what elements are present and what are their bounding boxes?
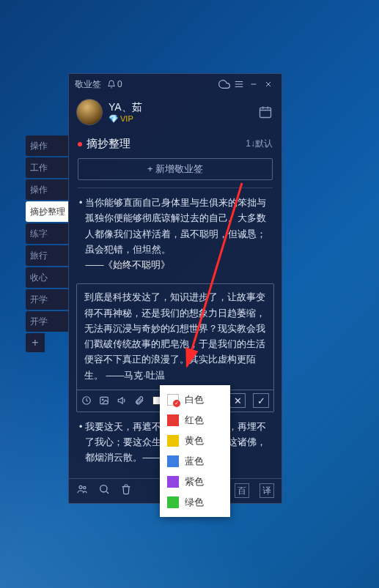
bullet-icon: • — [79, 420, 82, 466]
check-icon: ✓ — [173, 400, 180, 407]
color-label: 蓝色 — [185, 455, 204, 468]
team-icon[interactable] — [76, 483, 88, 498]
trash-icon[interactable] — [120, 483, 132, 498]
color-swatch-icon: ✓ — [167, 394, 179, 406]
svg-point-3 — [102, 399, 103, 401]
footer-link-yi[interactable]: 译 — [260, 483, 274, 498]
color-label: 红色 — [185, 414, 204, 427]
diamond-icon: 💎 — [108, 114, 119, 124]
section-title: 摘抄整理 — [87, 137, 130, 151]
color-option[interactable]: 红色 — [160, 410, 230, 431]
side-tab[interactable]: 旅行 — [26, 245, 68, 266]
menu-icon[interactable] — [232, 77, 246, 92]
side-tab[interactable]: 开学 — [26, 311, 68, 332]
svg-point-6 — [100, 485, 107, 492]
profile-name: YA、茹 — [108, 101, 142, 114]
image-icon[interactable] — [99, 395, 109, 406]
color-option[interactable]: 蓝色 — [160, 451, 230, 472]
cancel-button[interactable]: ✕ — [229, 393, 246, 408]
side-tab[interactable]: 练字 — [26, 223, 68, 244]
add-tab-button[interactable]: + — [26, 333, 45, 352]
profile-row: YA、茹 💎 VIP — [69, 94, 282, 133]
side-tab[interactable]: 操作 — [26, 135, 68, 156]
minimize-button[interactable] — [246, 77, 261, 92]
section-header: 摘抄整理 1↓默认 — [69, 133, 282, 155]
divider — [78, 187, 273, 188]
vip-badge: 💎 VIP — [108, 114, 142, 124]
color-swatch-icon — [167, 435, 179, 447]
notifications-button[interactable]: 0 — [107, 79, 122, 89]
color-label: 黄色 — [185, 434, 204, 447]
red-dot-icon — [78, 142, 82, 146]
color-label: 绿色 — [185, 496, 204, 509]
notification-count: 0 — [117, 79, 122, 89]
attachment-icon[interactable] — [134, 395, 144, 406]
color-option[interactable]: ✓白色 — [160, 390, 230, 410]
close-button[interactable] — [261, 77, 276, 92]
search-icon[interactable] — [98, 483, 110, 498]
footer-link-bai[interactable]: 百 — [235, 483, 249, 498]
note-text: 当你能够直面自己身体里与生俱来的笨拙与孤独你便能够彻底谅解过去的自己。大多数人都… — [85, 198, 266, 255]
color-option[interactable]: 紫色 — [160, 472, 230, 492]
side-tab-list: 操作 工作 操作 摘抄整理 练字 旅行 收心 开学 开学 + — [26, 135, 68, 354]
svg-point-5 — [84, 486, 86, 488]
color-label: 白色 — [185, 393, 204, 406]
confirm-button[interactable]: ✓ — [253, 393, 269, 408]
bullet-icon: • — [79, 196, 82, 273]
sound-icon[interactable] — [117, 395, 127, 406]
editor-textarea[interactable]: 到底是科技发达了，知识进步了，让故事变得不再神秘，还是我们的想象力日趋萎缩，无法… — [77, 284, 273, 390]
color-menu: ✓白色红色黄色蓝色紫色绿色 — [160, 385, 230, 517]
titlebar: 敬业签 0 — [69, 74, 282, 94]
avatar[interactable] — [76, 99, 103, 125]
sort-button[interactable]: 1↓默认 — [246, 138, 273, 150]
color-option[interactable]: 绿色 — [160, 492, 230, 513]
side-tab[interactable]: 收心 — [26, 267, 68, 288]
svg-point-4 — [79, 485, 82, 488]
color-label: 紫色 — [185, 475, 204, 488]
color-option[interactable]: 黄色 — [160, 431, 230, 451]
svg-rect-0 — [260, 108, 271, 117]
color-swatch-icon — [167, 455, 179, 467]
side-tab[interactable]: 开学 — [26, 289, 68, 310]
side-tab[interactable]: 工作 — [26, 157, 68, 178]
app-name: 敬业签 — [75, 78, 101, 91]
note-item[interactable]: • 当你能够直面自己身体里与生俱来的笨拙与孤独你便能够彻底谅解过去的自己。大多数… — [69, 190, 282, 279]
color-swatch-icon — [167, 496, 179, 508]
calendar-icon[interactable] — [257, 103, 274, 121]
color-swatch-icon — [167, 414, 179, 426]
add-note-button[interactable]: + 新增敬业签 — [78, 158, 273, 180]
color-swatch-icon — [167, 476, 179, 488]
clock-icon[interactable] — [81, 395, 92, 406]
cloud-icon[interactable] — [217, 77, 232, 92]
side-tab-active[interactable]: 摘抄整理 — [26, 201, 68, 222]
note-attribution: ——《始终不聪明》 — [85, 260, 170, 270]
side-tab[interactable]: 操作 — [26, 179, 68, 200]
